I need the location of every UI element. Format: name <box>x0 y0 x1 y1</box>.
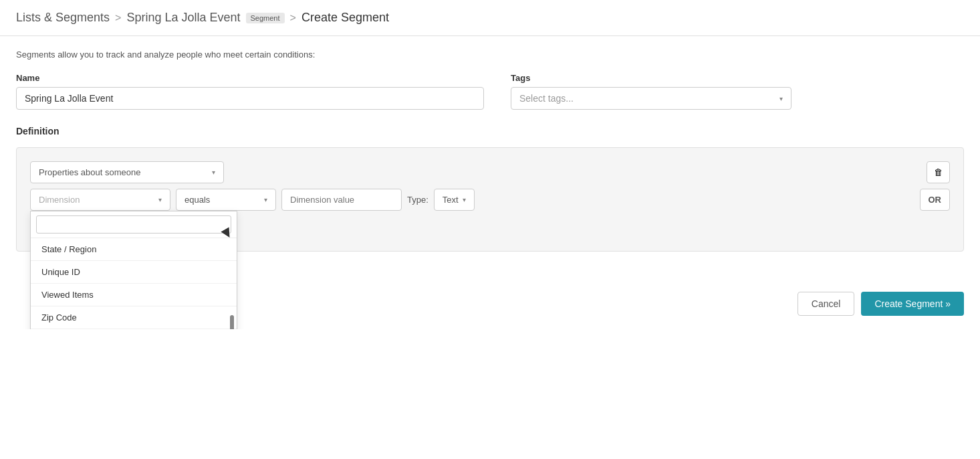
dropdown-search-area <box>31 211 237 238</box>
equals-chevron-icon: ▾ <box>264 196 267 203</box>
dimension-placeholder: Dimension <box>39 195 80 205</box>
tags-group: Tags Select tags... ▾ <box>511 73 791 110</box>
breadcrumb-lists[interactable]: Lists & Segments <box>16 11 110 25</box>
segment-badge: Segment <box>246 13 285 23</box>
dimension-chevron-icon: ▾ <box>158 196 162 203</box>
name-input[interactable] <box>16 87 484 110</box>
tags-placeholder: Select tags... <box>519 93 574 104</box>
main-content: Segments allow you to track and analyze … <box>0 36 980 265</box>
page-description: Segments allow you to track and analyze … <box>16 50 964 60</box>
dropdown-search-input[interactable] <box>36 215 231 234</box>
dimension-dropdown[interactable]: Dimension ▾ <box>30 189 170 211</box>
tags-label: Tags <box>511 73 791 83</box>
create-segment-button[interactable]: Create Segment » <box>861 292 964 316</box>
properties-dropdown[interactable]: Properties about someone ▾ <box>30 161 224 183</box>
equals-value: equals <box>185 195 210 205</box>
scrollbar[interactable] <box>230 315 234 329</box>
properties-chevron-icon: ▾ <box>212 169 215 176</box>
dimension-value-input[interactable] <box>281 189 402 211</box>
type-value: Text <box>443 195 459 205</box>
properties-value: Properties about someone <box>39 167 140 177</box>
breadcrumb: Lists & Segments > Spring La Jolla Event… <box>0 0 980 36</box>
type-dropdown[interactable]: Text ▾ <box>434 189 475 211</box>
name-label: Name <box>16 73 484 83</box>
tags-chevron-icon: ▾ <box>779 95 783 102</box>
cancel-button[interactable]: Cancel <box>798 292 855 316</box>
dropdown-item-state[interactable]: State / Region <box>31 238 237 261</box>
dropdown-item-unique-id[interactable]: Unique ID <box>31 261 237 284</box>
type-label: Type: <box>407 195 428 205</box>
type-chevron-icon: ▾ <box>463 196 466 203</box>
tags-dropdown[interactable]: Select tags... ▾ <box>511 87 791 110</box>
definition-area: Properties about someone ▾ 🗑 Dimension ▾ <box>16 147 964 252</box>
breadcrumb-sep2: > <box>290 12 296 24</box>
delete-condition-button[interactable]: 🗑 <box>927 161 950 183</box>
condition-row-dimension: Dimension ▾ State / Region Unique ID <box>30 189 950 211</box>
trash-icon: 🗑 <box>934 167 943 177</box>
name-group: Name <box>16 73 484 110</box>
dropdown-item-zip[interactable]: Zip Code <box>31 306 237 329</box>
definition-title: Definition <box>16 126 964 136</box>
breadcrumb-create: Create Segment <box>301 11 389 25</box>
dimension-dropdown-menu: State / Region Unique ID Viewed Items Zi… <box>30 211 237 329</box>
equals-dropdown[interactable]: equals ▾ <box>176 189 276 211</box>
breadcrumb-sep1: > <box>115 12 121 24</box>
form-row: Name Tags Select tags... ▾ <box>16 73 964 110</box>
breadcrumb-event[interactable]: Spring La Jolla Event <box>126 11 240 25</box>
or-button[interactable]: OR <box>920 189 951 211</box>
dropdown-item-viewed-items[interactable]: Viewed Items <box>31 284 237 306</box>
condition-row-properties: Properties about someone ▾ 🗑 <box>30 161 950 183</box>
